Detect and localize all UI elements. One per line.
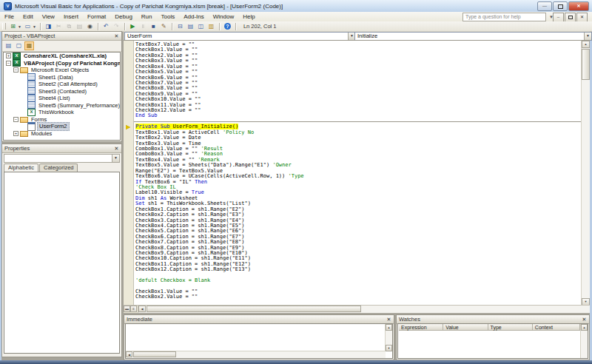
expand-icon[interactable]: + [6,53,11,58]
menu-item-view[interactable]: View [38,12,59,21]
toggle-folders-icon[interactable]: ▦ [24,41,34,50]
tree-item-modules[interactable]: +Modules [4,130,120,138]
project-close-icon[interactable]: ✕ [112,33,121,41]
menu-item-window[interactable]: Window [209,12,238,21]
cut-icon: ✂ [54,22,64,30]
undo-icon[interactable]: ↶ [101,22,111,30]
tree-item-sheet2-call-attempted[interactable]: Sheet2 (Call Attempted) [4,81,120,88]
scroll-thumb[interactable] [582,49,590,80]
code-margin-gutter[interactable] [124,41,134,306]
code-line: CheckBox12.Value = "" [135,108,582,113]
folder-closed-icon [20,131,28,137]
menu-item-file[interactable]: File [0,12,18,21]
tree-item-sheet3-contacted[interactable]: Sheet3 (Contacted) [4,88,120,95]
tree-item-userform2[interactable]: UserForm2 [4,123,120,130]
menu-item-insert[interactable]: Insert [59,12,83,21]
tree-item-vbaproject-copy-of-parichat-kongmiya-xlsm[interactable]: −XVBAProject (Copy of Parichat Kongmiya.… [4,60,120,67]
immediate-content[interactable]: ▲ ▼ ◀ [125,323,393,359]
code-horizontal-scrollbar[interactable]: ◀ [138,306,590,313]
menu-item-tools[interactable]: Tools [157,12,180,21]
minimize-button[interactable]: — [537,1,552,11]
code-vertical-scrollbar[interactable]: ▲ ▼ [581,41,590,306]
menu-bar: FileEditViewInsertFormatDebugRunToolsAdd… [0,12,592,22]
tree-item-label: Modules [30,130,53,138]
view-microsoft-excel-dropdown-icon[interactable]: ▼ [18,24,21,29]
insert-userform-icon[interactable]: ▭ [23,22,33,30]
code-editor[interactable]: TextBox7.Value = ""CheckBox1.Value = ""C… [134,41,582,306]
collapse-icon[interactable]: − [13,117,18,122]
properties-object-dropdown[interactable]: ▼ [4,154,120,163]
tree-item-comsharexl-comsharexl-xla[interactable]: +XComshareXL (ComshareXL.xla) [4,53,120,60]
toolbox-icon[interactable]: ▥ [206,22,216,30]
tree-item-label: Sheet3 (Contacted) [37,88,88,95]
immediate-vertical-scrollbar[interactable]: ▲ ▼ [385,324,392,351]
find-icon[interactable]: ◉ [85,22,95,30]
save-icon[interactable]: ◨ [44,22,53,30]
help-search-input[interactable]: Type a question for help [462,13,546,21]
collapse-icon[interactable]: − [13,67,18,73]
menu-item-run[interactable]: Run [137,12,157,21]
dropdown-arrow-icon[interactable]: ▼ [112,155,119,162]
tree-item-microsoft-excel-objects[interactable]: −Microsoft Excel Objects [4,67,120,74]
code-line: CheckBox1.Value = "" [135,47,582,53]
insert-userform-dropdown-icon[interactable]: ▼ [33,24,36,29]
watches-column-type[interactable]: Type [488,324,533,331]
sheet-icon [27,81,36,88]
run-icon[interactable]: ▶ [128,22,138,30]
watches-column-expression[interactable]: Expression [399,324,443,331]
menu-item-addins[interactable]: Add-Ins [179,12,209,21]
scroll-up-icon[interactable]: ▲ [581,324,588,331]
tab-categorized[interactable]: Categorized [39,164,78,172]
scroll-down-icon[interactable]: ▼ [386,345,392,351]
menu-item-debug[interactable]: Debug [110,12,137,21]
code-line: If TextBox6 = "IL" Then [135,180,582,185]
properties-close-icon[interactable]: ✕ [112,145,121,153]
cursor-position-label: Ln 202, Col 1 [243,23,277,30]
menu-item-help[interactable]: Help [238,12,259,21]
tree-item-sheet5-summary-preformance[interactable]: Sheet5 (Summary_Preformance) [4,102,120,109]
scroll-thumb[interactable] [147,306,361,312]
tree-item-thisworkbook[interactable]: XThisWorkbook [4,109,120,116]
scroll-left-icon[interactable]: ◀ [126,351,132,357]
view-code-icon[interactable]: ▤ [4,41,13,50]
view-object-icon[interactable]: ▢ [14,41,24,50]
mdi-restore-icon [568,16,573,19]
tree-item-sheet1-data[interactable]: Sheet1 (Data) [4,74,120,81]
menu-item-edit[interactable]: Edit [18,12,38,21]
help-icon[interactable]: ? [223,22,232,30]
code-line: Label10.Visible = True [135,190,582,195]
sheet-icon [27,95,36,102]
procedure-view-button[interactable]: ▬ [124,306,130,312]
code-line: CheckBox3.Value = "" [135,58,582,64]
maximize-button[interactable] [553,1,568,11]
code-line: TextBox2.Value = Date [135,135,582,141]
scroll-up-icon[interactable]: ▲ [386,324,392,331]
code-line: CheckBox7.Value = "" [135,81,582,86]
dropdown-arrow-icon[interactable]: ▼ [584,33,591,40]
immediate-horizontal-scrollbar[interactable]: ◀ [126,351,386,358]
scroll-thumb[interactable] [133,351,176,357]
watches-column-context[interactable]: Context [533,324,580,331]
toolbar-grip[interactable] [2,23,6,30]
view-microsoft-excel-icon[interactable]: ⊞ [8,22,18,30]
code-line: TextBox7.Value = "" [135,42,582,47]
close-button[interactable]: ✕ [568,1,589,11]
design-mode-icon[interactable]: ✎ [159,22,169,30]
object-browser-icon[interactable]: ◫ [196,22,206,30]
watches-content[interactable]: ExpressionValueTypeContext ▲ [397,323,588,359]
sheet-icon [27,101,36,109]
properties-panel-header: Properties ✕ [2,144,121,153]
scroll-left-icon[interactable]: ◀ [138,306,146,312]
menu-item-format[interactable]: Format [83,12,110,21]
full-module-view-button[interactable]: ≡ [130,306,137,312]
project-explorer-icon[interactable]: ⊟ [175,22,185,30]
scroll-up-icon[interactable]: ▲ [582,41,590,48]
tree-item-sheet4-list[interactable]: Sheet4 (List) [4,95,120,102]
watches-vertical-scrollbar[interactable]: ▲ [580,324,588,358]
watches-column-value[interactable]: Value [443,324,488,331]
reset-icon[interactable]: ■ [149,22,158,30]
properties-list[interactable] [4,172,120,354]
expand-icon[interactable]: + [13,131,18,136]
properties-window-icon[interactable]: ▤ [186,22,195,30]
collapse-icon[interactable]: − [6,61,11,66]
